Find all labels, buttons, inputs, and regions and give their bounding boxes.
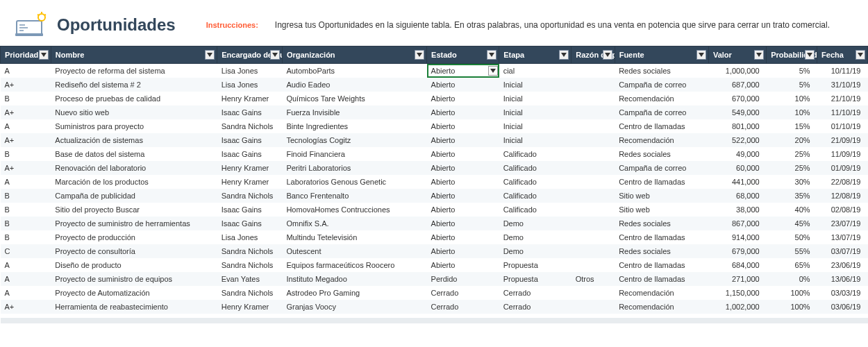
cell-valor[interactable]: 914,000 <box>708 230 766 244</box>
cell-etapa[interactable]: Calificado <box>499 203 571 217</box>
cell-fuente[interactable]: Centro de llamadas <box>615 230 708 244</box>
cell-organizacion[interactable]: Astrodeo Pro Gaming <box>282 286 426 300</box>
cell-nombre[interactable]: Nuevo sitio web <box>51 105 217 119</box>
cell-encargado[interactable]: Sandra Nichols <box>217 258 283 272</box>
cell-etapa[interactable]: Demo <box>499 230 571 244</box>
cell-fecha[interactable]: 21/09/19 <box>817 133 868 147</box>
cell-razon[interactable] <box>571 92 615 105</box>
header-estado[interactable]: Estado <box>427 46 499 64</box>
cell-encargado[interactable]: Lisa Jones <box>217 64 283 78</box>
cell-etapa[interactable]: Cerrado <box>499 286 571 300</box>
cell-encargado[interactable]: Henry Kramer <box>217 92 283 105</box>
cell-razon[interactable]: Otros <box>571 272 615 286</box>
cell-etapa[interactable]: Cerrado <box>499 300 571 316</box>
cell-razon[interactable] <box>571 119 615 133</box>
cell-prioridad[interactable]: A <box>1 286 51 300</box>
cell-fuente[interactable]: Redes sociales <box>615 217 708 230</box>
cell-nombre[interactable]: Proyecto de reforma del sistema <box>51 64 217 78</box>
cell-prioridad[interactable]: B <box>1 203 51 217</box>
cell-organizacion[interactable]: Audio Eadeo <box>282 78 426 92</box>
cell-prioridad[interactable]: B <box>1 217 51 230</box>
cell-encargado[interactable]: Henry Kramer <box>217 161 283 175</box>
cell-etapa[interactable]: Inicial <box>499 105 571 119</box>
cell-fecha[interactable]: 13/06/19 <box>817 272 868 286</box>
cell-nombre[interactable]: Proceso de pruebas de calidad <box>51 92 217 105</box>
header-nombre[interactable]: Nombre <box>51 46 217 64</box>
cell-razon[interactable] <box>571 64 615 78</box>
cell-encargado[interactable]: Evan Yates <box>217 272 283 286</box>
cell-fecha[interactable]: 03/07/19 <box>817 244 868 258</box>
cell-organizacion[interactable]: Laboratorios Genous Genetic <box>282 175 426 189</box>
cell-probabilidad[interactable]: 10% <box>767 105 817 119</box>
cell-razon[interactable] <box>571 133 615 147</box>
cell-nombre[interactable]: Proyecto de Automatización <box>51 286 217 300</box>
cell-nombre[interactable]: Suministros para proyecto <box>51 119 217 133</box>
cell-prioridad[interactable]: A+ <box>1 300 51 316</box>
cell-organizacion[interactable]: Multindu Tetelevisión <box>282 230 426 244</box>
cell-valor[interactable]: 687,000 <box>708 78 766 92</box>
cell-encargado[interactable]: Isaac Gains <box>217 217 283 230</box>
cell-probabilidad[interactable]: 50% <box>767 230 817 244</box>
cell-razon[interactable] <box>571 286 615 300</box>
header-probabilidad[interactable]: Probabilidad <box>767 46 817 64</box>
cell-prioridad[interactable]: A <box>1 64 51 78</box>
cell-nombre[interactable]: Actualización de sistemas <box>51 133 217 147</box>
cell-encargado[interactable]: Henry Kramer <box>217 175 283 189</box>
cell-probabilidad[interactable]: 40% <box>767 203 817 217</box>
cell-probabilidad[interactable]: 20% <box>767 133 817 147</box>
cell-estado[interactable]: Abierto <box>427 230 499 244</box>
cell-fuente[interactable]: Campaña de correo <box>615 161 708 175</box>
cell-etapa[interactable]: Calificado <box>499 175 571 189</box>
cell-organizacion[interactable]: Omnifix S.A. <box>282 217 426 230</box>
cell-prioridad[interactable]: A+ <box>1 78 51 92</box>
filter-dropdown-icon[interactable] <box>603 50 612 60</box>
cell-estado[interactable]: Abierto <box>427 78 499 92</box>
cell-fecha[interactable]: 12/08/19 <box>817 189 868 203</box>
cell-fuente[interactable]: Centro de llamadas <box>615 272 708 286</box>
cell-razon[interactable] <box>571 203 615 217</box>
cell-estado[interactable]: Abierto <box>427 203 499 217</box>
cell-probabilidad[interactable]: 5% <box>767 64 817 78</box>
cell-organizacion[interactable]: Tecnologías Cogitz <box>282 133 426 147</box>
cell-estado[interactable]: Abierto <box>427 217 499 230</box>
cell-valor[interactable]: 1,002,000 <box>708 300 766 316</box>
cell-fuente[interactable]: Sitio web <box>615 203 708 217</box>
cell-organizacion[interactable]: AutomboParts <box>282 64 426 78</box>
cell-fuente[interactable]: Redes sociales <box>615 147 708 161</box>
cell-fecha[interactable]: 01/09/19 <box>817 161 868 175</box>
header-etapa[interactable]: Etapa <box>499 46 571 64</box>
filter-dropdown-icon[interactable] <box>805 50 815 60</box>
cell-razon[interactable] <box>571 147 615 161</box>
cell-organizacion[interactable]: Binte Ingredientes <box>282 119 426 133</box>
cell-encargado[interactable]: Isaac Gains <box>217 147 283 161</box>
cell-fuente[interactable]: Recomendación <box>615 300 708 316</box>
cell-fuente[interactable]: Centro de llamadas <box>615 258 708 272</box>
filter-dropdown-icon[interactable] <box>559 50 569 60</box>
cell-nombre[interactable]: Sitio del proyecto Buscar <box>51 203 217 217</box>
cell-estado[interactable]: Abierto <box>427 105 499 119</box>
cell-estado[interactable]: Cerrado <box>427 286 499 300</box>
cell-organizacion[interactable]: Instituto Megadoo <box>282 272 426 286</box>
cell-nombre[interactable]: Base de datos del sistema <box>51 147 217 161</box>
cell-prioridad[interactable]: A <box>1 175 51 189</box>
cell-etapa[interactable]: Propuesta <box>499 272 571 286</box>
filter-dropdown-icon[interactable] <box>415 50 424 60</box>
cell-nombre[interactable]: Proyecto de producción <box>51 230 217 244</box>
filter-dropdown-icon[interactable] <box>856 50 865 60</box>
cell-etapa[interactable]: Demo <box>499 244 571 258</box>
cell-prioridad[interactable]: A+ <box>1 133 51 147</box>
header-organizacion[interactable]: Organización <box>282 46 426 64</box>
cell-fuente[interactable]: Recomendación <box>615 92 708 105</box>
cell-fuente[interactable]: Sitio web <box>615 189 708 203</box>
cell-estado[interactable]: Perdido <box>427 272 499 286</box>
cell-probabilidad[interactable]: 5% <box>767 78 817 92</box>
cell-encargado[interactable]: Isaac Gains <box>217 203 283 217</box>
cell-nombre[interactable]: Proyecto de suministro de herramientas <box>51 217 217 230</box>
cell-valor[interactable]: 441,000 <box>708 175 766 189</box>
cell-razon[interactable] <box>571 189 615 203</box>
cell-probabilidad[interactable]: 25% <box>767 161 817 175</box>
cell-estado[interactable]: Abierto <box>427 244 499 258</box>
cell-valor[interactable]: 60,000 <box>708 161 766 175</box>
cell-fecha[interactable]: 23/06/19 <box>817 258 868 272</box>
cell-prioridad[interactable]: A+ <box>1 105 51 119</box>
